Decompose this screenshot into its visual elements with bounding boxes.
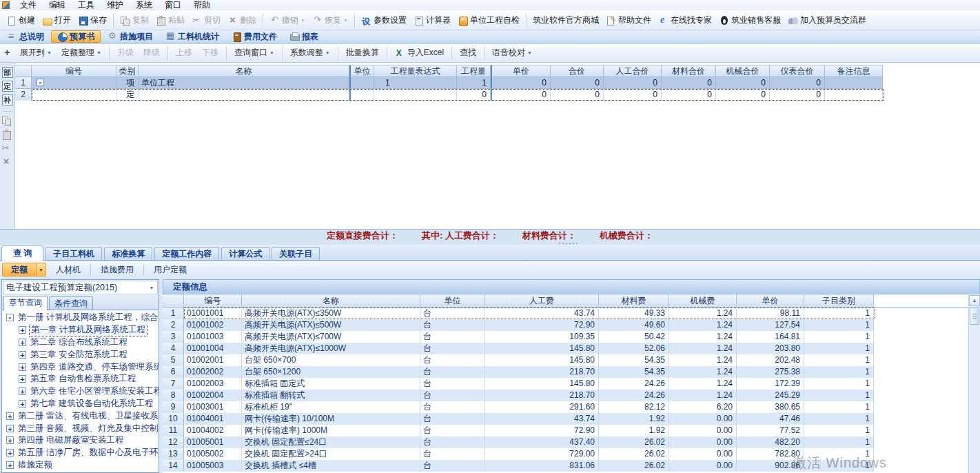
menu-item[interactable]: 维护	[101, 0, 130, 10]
total-price-cell[interactable]: 0	[551, 77, 604, 89]
column-header[interactable]: 编号	[184, 294, 242, 308]
column-header[interactable]: 工程量表达式	[374, 65, 457, 77]
qty-cell[interactable]: 0	[457, 89, 491, 101]
code-cell[interactable]: 01002002	[184, 366, 242, 378]
tree-expander[interactable]: +	[19, 339, 26, 346]
row-number[interactable]: 14	[163, 460, 184, 472]
code-cell[interactable]: 01003001	[184, 401, 242, 413]
name-cell[interactable]: 台架 650×1200	[242, 366, 420, 378]
column-header[interactable]: 类别	[116, 65, 139, 77]
labor-fee-cell[interactable]: 291.60	[485, 401, 599, 413]
table-row[interactable]: 1 - 项 单位工程 1 1 0 0 0 0 0 0	[15, 77, 980, 89]
move-up-button[interactable]: 上移	[171, 46, 197, 61]
paste-icon[interactable]	[1, 130, 12, 140]
labor-fee-cell[interactable]: 437.40	[485, 436, 599, 448]
machine-fee-cell[interactable]: 1.24	[669, 343, 737, 354]
tab-labor-machine[interactable]: 人材机	[46, 263, 90, 276]
code-cell[interactable]: 01001002	[184, 319, 242, 331]
column-header[interactable]: 材料费	[599, 294, 669, 308]
table-row[interactable]: 2 定 0 0 0 0 0 0 0	[15, 89, 980, 101]
paste-button[interactable]: 粘贴	[152, 13, 188, 28]
column-header[interactable]: 备注信息	[825, 65, 883, 77]
chip-bu2-button[interactable]: 补	[2, 94, 13, 105]
chevron-down-icon[interactable]: ▼	[36, 263, 45, 276]
unit-price-cell[interactable]: 0	[491, 89, 551, 101]
labor-fee-cell[interactable]: 43.74	[485, 308, 599, 319]
subitem-category-cell[interactable]: 1	[804, 436, 874, 448]
category-cell[interactable]: 定	[116, 89, 139, 101]
official-mall-button[interactable]: 筑业软件官方商城	[529, 13, 602, 28]
name-cell[interactable]: 高频开关电源(ATX)≤700W	[242, 331, 420, 343]
material-total-cell[interactable]: 0	[662, 77, 716, 89]
row-number[interactable]: 2	[163, 319, 184, 331]
horizontal-splitter[interactable]	[0, 241, 980, 245]
calculator-button[interactable]: 计算器	[410, 13, 454, 28]
tree-expander[interactable]: +	[6, 412, 14, 420]
machine-fee-cell[interactable]: 1.24	[669, 390, 737, 401]
tree-expander[interactable]: +	[6, 425, 14, 432]
qty-cell[interactable]: 1	[457, 77, 491, 89]
labor-total-cell[interactable]: 0	[604, 77, 662, 89]
help-file-button[interactable]: 帮助文件	[602, 13, 655, 28]
unit-price-cell[interactable]: 127.54	[737, 319, 804, 331]
material-fee-cell[interactable]: 49.33	[599, 308, 669, 319]
code-cell[interactable]: 01001003	[184, 331, 242, 343]
tree-expander[interactable]: +	[6, 461, 14, 469]
chip-ding-button[interactable]: 定	[2, 81, 13, 92]
name-cell[interactable]	[139, 89, 349, 101]
unit-cell[interactable]	[349, 77, 374, 89]
row-number[interactable]: 10	[163, 413, 184, 425]
chevron-down-icon[interactable]: ▼	[343, 18, 348, 23]
code-cell[interactable]: 01002001	[184, 354, 242, 366]
machine-fee-cell[interactable]: 0.00	[669, 425, 737, 436]
unit-cell[interactable]: 台	[420, 425, 485, 436]
material-fee-cell[interactable]: 54.35	[599, 366, 669, 378]
row-number[interactable]: 11	[163, 425, 184, 436]
unit-price-cell[interactable]: 98.11	[737, 308, 804, 319]
column-header[interactable]: 人工费	[485, 294, 599, 308]
code-cell[interactable]: 01005002	[184, 448, 242, 460]
code-cell[interactable]	[32, 89, 116, 101]
labor-total-cell[interactable]: 0	[604, 89, 662, 101]
copy-icon[interactable]	[1, 116, 12, 126]
name-cell[interactable]: 交换机 插槽式 ≤4槽	[242, 460, 420, 472]
material-fee-cell[interactable]: 49.60	[599, 319, 669, 331]
note-cell[interactable]	[825, 89, 883, 101]
subitem-category-cell[interactable]: 1	[804, 308, 874, 319]
redo-button[interactable]: 恢复▼	[309, 13, 351, 28]
name-cell[interactable]: 网卡(传输速率) 10/100M	[242, 413, 420, 425]
expand-to-button[interactable]: 展开到▼	[15, 46, 57, 61]
unit-cell[interactable]: 台	[420, 436, 485, 448]
machine-fee-cell[interactable]: 1.24	[669, 366, 737, 378]
unit-cell[interactable]: 台	[420, 378, 485, 390]
name-cell[interactable]: 交换机 固定配置≤24口	[242, 436, 420, 448]
tab-measure-cost[interactable]: 措施费用	[91, 263, 143, 276]
chevron-down-icon[interactable]: ▼	[527, 50, 532, 55]
unit-price-cell[interactable]: 47.46	[737, 413, 804, 425]
machine-fee-cell[interactable]: 1.24	[669, 319, 737, 331]
table-row[interactable]: 5 01002001 台架 650×700 台 145.80 54.35 1.2…	[163, 354, 980, 366]
unit-project-selfcheck-button[interactable]: 单位工程自检	[454, 13, 523, 28]
tab-chapter-query[interactable]: 章节查询	[3, 296, 48, 310]
delete-button[interactable]: 删除	[224, 13, 260, 28]
column-header[interactable]: 合价	[551, 65, 604, 77]
table-row[interactable]: 11 01004002 网卡(传输速率) 1000M 台 72.90 1.92 …	[163, 425, 980, 436]
labor-fee-cell[interactable]: 109.35	[485, 331, 599, 343]
subitem-category-cell[interactable]: 1	[804, 413, 874, 425]
tab-subitem-labor-material[interactable]: 子目工料机	[45, 247, 102, 260]
table-row[interactable]: 10 01004001 网卡(传输速率) 10/100M 台 43.74 1.9…	[163, 413, 980, 425]
name-cell[interactable]: 标准插箱 翻转式	[242, 390, 420, 401]
tab-calc-formula[interactable]: 计算公式	[221, 247, 269, 260]
sales-service-button[interactable]: 筑业销售客服	[715, 13, 784, 28]
tree-item[interactable]: - 第一册 计算机及网络系统工程，综合	[2, 312, 159, 324]
column-header[interactable]: 人工合价	[604, 65, 662, 77]
row-number[interactable]: 2	[15, 89, 32, 101]
material-fee-cell[interactable]: 1.92	[599, 425, 669, 436]
menu-item[interactable]: 工具	[72, 0, 101, 10]
code-cell[interactable]: 01004001	[184, 413, 242, 425]
find-button[interactable]: 查找	[455, 46, 481, 61]
chevron-down-icon[interactable]: ▼	[325, 50, 330, 55]
chevron-down-icon[interactable]: ▼	[96, 50, 101, 55]
tree-expander[interactable]: +	[6, 436, 14, 444]
unit-price-cell[interactable]: 164.81	[737, 331, 804, 343]
